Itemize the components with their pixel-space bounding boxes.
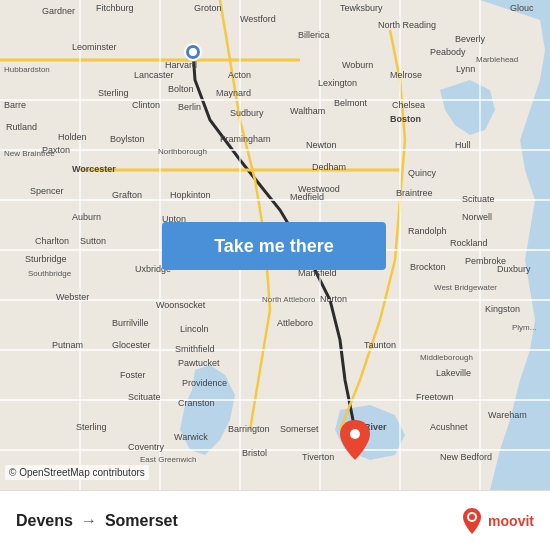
- svg-text:North Attleboro: North Attleboro: [262, 295, 316, 304]
- svg-text:Harvard: Harvard: [165, 60, 197, 70]
- svg-text:Providence: Providence: [182, 378, 227, 388]
- svg-text:Lincoln: Lincoln: [180, 324, 209, 334]
- svg-text:Smithfield: Smithfield: [175, 344, 215, 354]
- svg-text:Fitchburg: Fitchburg: [96, 3, 134, 13]
- svg-text:Spencer: Spencer: [30, 186, 64, 196]
- svg-text:Barrington: Barrington: [228, 424, 270, 434]
- svg-text:Sturbridge: Sturbridge: [25, 254, 67, 264]
- svg-text:Belmont: Belmont: [334, 98, 368, 108]
- svg-text:Duxbury: Duxbury: [497, 264, 531, 274]
- svg-text:Rutland: Rutland: [6, 122, 37, 132]
- svg-text:New Bedford: New Bedford: [440, 452, 492, 462]
- destination-label: Somerset: [105, 512, 178, 530]
- svg-text:Charlton: Charlton: [35, 236, 69, 246]
- svg-text:Sutton: Sutton: [80, 236, 106, 246]
- svg-point-117: [189, 48, 197, 56]
- svg-text:Beverly: Beverly: [455, 34, 486, 44]
- svg-text:Tewksbury: Tewksbury: [340, 3, 383, 13]
- moovit-brand-label: moovit: [488, 513, 534, 529]
- svg-text:Holden: Holden: [58, 132, 87, 142]
- svg-text:Attleboro: Attleboro: [277, 318, 313, 328]
- svg-text:Burrilville: Burrilville: [112, 318, 149, 328]
- svg-text:Newton: Newton: [306, 140, 337, 150]
- svg-text:Westwood: Westwood: [298, 184, 340, 194]
- svg-text:Boston: Boston: [390, 114, 421, 124]
- svg-point-119: [350, 429, 360, 439]
- svg-text:Somerset: Somerset: [280, 424, 319, 434]
- svg-text:Brockton: Brockton: [410, 262, 446, 272]
- svg-text:Grafton: Grafton: [112, 190, 142, 200]
- svg-text:Foster: Foster: [120, 370, 146, 380]
- svg-text:Lexington: Lexington: [318, 78, 357, 88]
- svg-text:Woonsocket: Woonsocket: [156, 300, 206, 310]
- svg-text:Scituate: Scituate: [462, 194, 495, 204]
- svg-text:Gardner: Gardner: [42, 6, 75, 16]
- svg-text:Glouc: Glouc: [510, 3, 534, 13]
- svg-text:Westford: Westford: [240, 14, 276, 24]
- svg-text:Melrose: Melrose: [390, 70, 422, 80]
- svg-text:Northborough: Northborough: [158, 147, 207, 156]
- svg-text:Hubbardston: Hubbardston: [4, 65, 50, 74]
- svg-text:Norton: Norton: [320, 294, 347, 304]
- moovit-pin-icon: [460, 507, 484, 535]
- svg-text:Webster: Webster: [56, 292, 89, 302]
- svg-text:Barre: Barre: [4, 100, 26, 110]
- svg-text:Woburn: Woburn: [342, 60, 373, 70]
- svg-text:Tiverton: Tiverton: [302, 452, 334, 462]
- svg-text:Braintree: Braintree: [396, 188, 433, 198]
- svg-text:Bolton: Bolton: [168, 84, 194, 94]
- map-attribution: © OpenStreetMap contributors: [5, 465, 149, 480]
- moovit-logo: moovit: [460, 507, 534, 535]
- svg-text:New Braintree: New Braintree: [4, 149, 55, 158]
- svg-text:Freetown: Freetown: [416, 392, 454, 402]
- route-info: Devens → Somerset: [16, 512, 460, 530]
- svg-text:Warwick: Warwick: [174, 432, 208, 442]
- svg-text:Sudbury: Sudbury: [230, 108, 264, 118]
- svg-text:Berlin: Berlin: [178, 102, 201, 112]
- svg-text:Leominster: Leominster: [72, 42, 117, 52]
- svg-text:Peabody: Peabody: [430, 47, 466, 57]
- svg-text:Boylston: Boylston: [110, 134, 145, 144]
- svg-text:Lancaster: Lancaster: [134, 70, 174, 80]
- svg-text:West Bridgewater: West Bridgewater: [434, 283, 497, 292]
- svg-text:Pawtucket: Pawtucket: [178, 358, 220, 368]
- svg-text:Hull: Hull: [455, 140, 471, 150]
- svg-text:Glocester: Glocester: [112, 340, 151, 350]
- svg-text:Norwell: Norwell: [462, 212, 492, 222]
- svg-text:Sterling: Sterling: [76, 422, 107, 432]
- bottom-bar: Devens → Somerset moovit: [0, 490, 550, 550]
- svg-text:Hopkinton: Hopkinton: [170, 190, 211, 200]
- svg-text:Quincy: Quincy: [408, 168, 437, 178]
- svg-text:Coventry: Coventry: [128, 442, 165, 452]
- svg-text:Framingham: Framingham: [220, 134, 271, 144]
- svg-text:Middleborough: Middleborough: [420, 353, 473, 362]
- take-me-there-button[interactable]: Take me there: [162, 222, 386, 270]
- svg-text:Southbridge: Southbridge: [28, 269, 72, 278]
- svg-point-121: [469, 514, 475, 520]
- svg-text:Clinton: Clinton: [132, 100, 160, 110]
- svg-text:Dedham: Dedham: [312, 162, 346, 172]
- svg-text:East Greenwich: East Greenwich: [140, 455, 196, 464]
- svg-text:Chelsea: Chelsea: [392, 100, 425, 110]
- origin-label: Devens: [16, 512, 73, 530]
- svg-text:Maynard: Maynard: [216, 88, 251, 98]
- svg-text:Acushnet: Acushnet: [430, 422, 468, 432]
- svg-text:Wareham: Wareham: [488, 410, 527, 420]
- arrow-icon: →: [81, 512, 97, 530]
- svg-text:Taunton: Taunton: [364, 340, 396, 350]
- svg-text:Billerica: Billerica: [298, 30, 330, 40]
- svg-text:Rockland: Rockland: [450, 238, 488, 248]
- svg-text:Waltham: Waltham: [290, 106, 325, 116]
- svg-text:Cranston: Cranston: [178, 398, 215, 408]
- svg-text:Putnam: Putnam: [52, 340, 83, 350]
- svg-text:Bristol: Bristol: [242, 448, 267, 458]
- svg-text:Acton: Acton: [228, 70, 251, 80]
- svg-text:Groton: Groton: [194, 3, 222, 13]
- svg-text:Scituate: Scituate: [128, 392, 161, 402]
- svg-text:Auburn: Auburn: [72, 212, 101, 222]
- svg-text:Randolph: Randolph: [408, 226, 447, 236]
- svg-text:Lakeville: Lakeville: [436, 368, 471, 378]
- svg-text:Kingston: Kingston: [485, 304, 520, 314]
- svg-text:Worcester: Worcester: [72, 164, 116, 174]
- map-container: Gardner Fitchburg Groton Tewksbury Glouc…: [0, 0, 550, 490]
